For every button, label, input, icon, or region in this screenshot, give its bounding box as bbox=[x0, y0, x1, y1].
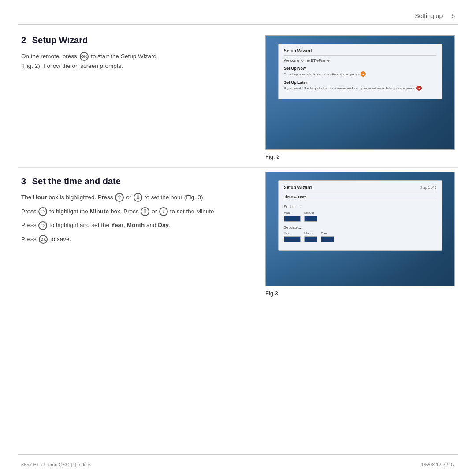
figure-2-image: Setup Wizard Welcome to the BT eFrame. S… bbox=[265, 35, 455, 150]
hour-field bbox=[284, 216, 301, 222]
para3-text-a: Press bbox=[21, 222, 37, 228]
para1-text-c: to set the hour (Fig. 3). bbox=[145, 194, 205, 201]
section-3-number: 3 bbox=[21, 176, 26, 186]
para3-and: and bbox=[145, 222, 158, 228]
section-2-body: On the remote, press OK to start the Set… bbox=[21, 52, 224, 71]
dlg-2-option2-btn: ● bbox=[416, 86, 422, 91]
month-field-group: Month bbox=[304, 231, 317, 242]
section-3-para3: Press ⇨ to highlight and set the Year, M… bbox=[21, 220, 224, 230]
dlg-2-option1-desc: To set up your wireless connection pleas… bbox=[284, 71, 436, 77]
dlg-2-title: Setup Wizard bbox=[284, 48, 436, 56]
para1-text-b: box is highlighted. Press bbox=[47, 194, 113, 201]
para2-or2: or bbox=[152, 208, 159, 215]
minute-label: Minute bbox=[304, 211, 317, 215]
page-number: 5 bbox=[451, 12, 455, 19]
dlg-3-date-section: Set date... Year Month Day bbox=[284, 225, 436, 242]
section-3-para2: Press ⇨ to highlight the Minute box. Pre… bbox=[21, 207, 224, 216]
up-arrow-icon-2: ⇧ bbox=[141, 207, 149, 216]
section-divider bbox=[18, 167, 458, 168]
dlg-3-header: Setup Wizard Step 1 of 5 bbox=[284, 185, 436, 192]
dlg-2-option2-title: Set Up Later bbox=[284, 80, 436, 85]
section-3-body: The Hour box is highlighted. Press ⇧ or … bbox=[21, 193, 224, 244]
dlg-2-option1: Set Up Now To set up your wireless conne… bbox=[284, 66, 436, 77]
down-arrow-icon-2: ⇩ bbox=[159, 207, 168, 216]
section-3-para1: The Hour box is highlighted. Press ⇧ or … bbox=[21, 193, 224, 202]
figure-2-label: Fig. 2 bbox=[265, 153, 455, 160]
top-rule bbox=[18, 24, 458, 25]
month-field bbox=[304, 236, 317, 242]
dlg-2-option1-btn: ● bbox=[361, 71, 366, 77]
section-label: Setting up bbox=[415, 12, 443, 19]
dlg-3-nav: Step 1 of 5 bbox=[420, 186, 436, 190]
dlg-2-welcome: Welcome to the BT eFrame. bbox=[284, 58, 436, 63]
minute-field bbox=[304, 216, 317, 222]
figure-2-container: Setup Wizard Welcome to the BT eFrame. S… bbox=[265, 35, 455, 160]
dlg-2-option2-text: If you would like to go to the main menu… bbox=[284, 86, 415, 90]
para3-comma: , bbox=[123, 222, 127, 228]
dlg-3-date-fields: Year Month Day bbox=[284, 231, 436, 242]
section-3-heading: Set the time and date bbox=[32, 176, 121, 186]
section-2-text-1b: to start the Setup Wizard bbox=[91, 53, 156, 60]
ok-button-icon-2: OK bbox=[39, 235, 48, 244]
day-label: Day bbox=[321, 231, 334, 235]
minute-field-group: Minute bbox=[304, 211, 317, 222]
up-arrow-icon: ⇧ bbox=[115, 193, 124, 202]
dlg-2-option2: Set Up Later If you would like to go to … bbox=[284, 80, 436, 91]
month-label: Month bbox=[304, 231, 317, 235]
section-2: 2 Setup Wizard On the remote, press OK t… bbox=[21, 35, 224, 71]
para1-text-a: The bbox=[21, 194, 33, 201]
figure-3-image: Setup Wizard Step 1 of 5 Time & Date Set… bbox=[265, 172, 455, 286]
dlg-3-time-fields: Hour Minute bbox=[284, 211, 436, 222]
dlg-3-set-date-label: Set date... bbox=[284, 225, 436, 230]
figure-3-label: Fig.3 bbox=[265, 290, 455, 297]
year-label: Year bbox=[284, 231, 301, 235]
para4-text-a: Press bbox=[21, 236, 37, 242]
right-arrow-icon-2: ⇨ bbox=[38, 221, 47, 230]
section-2-number: 2 bbox=[21, 35, 26, 45]
para2-text-c: box. Press bbox=[109, 208, 139, 215]
para1-or: or bbox=[126, 194, 133, 201]
footer-left: 8557 BT eFrame QSG [4].indd 5 bbox=[21, 462, 91, 467]
year-field-group: Year bbox=[284, 231, 301, 242]
dlg-3-set-time-label: Set time... bbox=[284, 205, 436, 209]
wizard-dialog-2: Setup Wizard Welcome to the BT eFrame. S… bbox=[278, 44, 442, 99]
section-2-text-2: (Fig. 2). Follow the on screen prompts. bbox=[21, 63, 123, 69]
para3-bold1: Year bbox=[111, 222, 124, 228]
para4-text-b: to save. bbox=[50, 236, 71, 242]
wizard-dialog-3: Setup Wizard Step 1 of 5 Time & Date Set… bbox=[278, 180, 442, 251]
para3-bold3: Day bbox=[158, 222, 169, 228]
right-arrow-icon-1: ⇨ bbox=[38, 207, 47, 216]
page-footer: 8557 BT eFrame QSG [4].indd 5 1/5/08 12:… bbox=[21, 462, 455, 467]
dlg-2-option1-title: Set Up Now bbox=[284, 66, 436, 71]
para2-text-d: to set the Minute. bbox=[170, 208, 216, 215]
dlg-3-time-section: Set time... Hour Minute bbox=[284, 205, 436, 222]
section-2-heading: Setup Wizard bbox=[32, 35, 88, 45]
para3-bold2: Month bbox=[127, 222, 145, 228]
hour-field-group: Hour bbox=[284, 211, 301, 222]
dlg-2-option1-text: To set up your wireless connection pleas… bbox=[284, 72, 359, 76]
section-2-text-1a: On the remote, press bbox=[21, 53, 77, 60]
section-2-title: 2 Setup Wizard bbox=[21, 35, 224, 45]
dlg-3-title: Setup Wizard bbox=[284, 185, 312, 190]
down-arrow-icon: ⇩ bbox=[134, 193, 142, 202]
para1-bold: Hour bbox=[33, 194, 47, 201]
footer-right: 1/5/08 12:32:07 bbox=[421, 462, 455, 467]
para3-dot: . bbox=[169, 222, 171, 228]
day-field bbox=[321, 236, 334, 242]
para2-text-b: to highlight the bbox=[49, 208, 90, 215]
section-3-para4: Press OK to save. bbox=[21, 234, 224, 244]
section-3: 3 Set the time and date The Hour box is … bbox=[21, 176, 224, 248]
day-field-group: Day bbox=[321, 231, 334, 242]
section-3-title: 3 Set the time and date bbox=[21, 176, 224, 186]
hour-label: Hour bbox=[284, 211, 301, 215]
para2-bold: Minute bbox=[90, 208, 109, 215]
bottom-rule bbox=[18, 454, 458, 455]
dlg-2-option2-desc: If you would like to go to the main menu… bbox=[284, 86, 436, 91]
para3-text-b: to highlight and set the bbox=[49, 222, 111, 228]
dlg-3-tab: Time & Date bbox=[284, 195, 436, 201]
page-header: Setting up 5 bbox=[415, 12, 455, 19]
figure-3-container: Setup Wizard Step 1 of 5 Time & Date Set… bbox=[265, 172, 455, 297]
year-field bbox=[284, 236, 301, 242]
para2-text-a: Press bbox=[21, 208, 37, 215]
ok-button-icon: OK bbox=[80, 52, 89, 61]
